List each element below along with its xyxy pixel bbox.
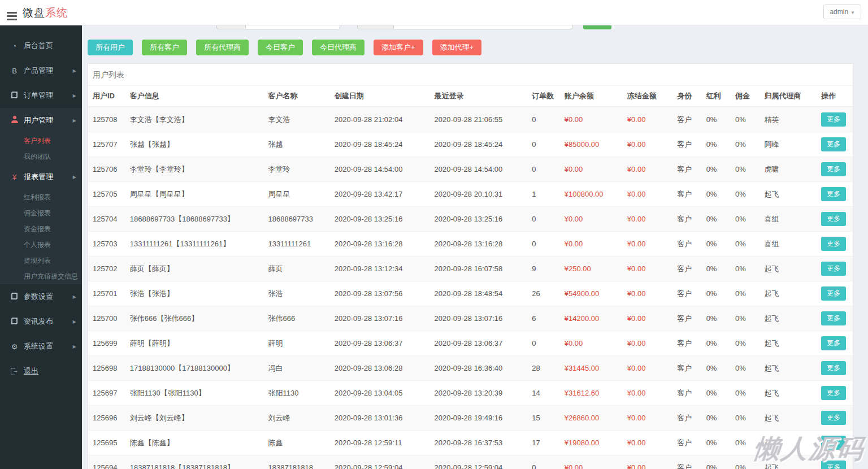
- more-button[interactable]: 更多: [821, 262, 846, 276]
- sidebar-report-subitem[interactable]: 个人报表: [0, 237, 82, 253]
- cell-customer-name: 张越: [263, 132, 329, 157]
- cell-customer-info: 李文浩【李文浩】: [125, 107, 264, 132]
- chevron-right-icon: ▶: [73, 319, 76, 324]
- cell-identity: 客户: [672, 132, 701, 157]
- panel-title: 用户列表: [88, 64, 853, 86]
- cell-commission: 0%: [731, 232, 760, 257]
- more-button[interactable]: 更多: [821, 137, 846, 151]
- action-button[interactable]: 所有用户: [88, 40, 133, 55]
- cell-agent: 起飞: [760, 281, 817, 306]
- action-button[interactable]: 添加客户+: [374, 40, 423, 55]
- action-button[interactable]: 所有客户: [142, 40, 187, 55]
- sidebar-item-report-management[interactable]: ¥ 报表管理 ▶: [0, 164, 82, 189]
- cell-identity: 客户: [672, 381, 701, 406]
- more-button[interactable]: 更多: [821, 311, 846, 325]
- cell-agent: 起飞: [760, 431, 817, 455]
- cell-customer-info: 18688697733【18688697733】: [125, 207, 264, 232]
- cell-customer-name: 张阳1130: [263, 381, 329, 406]
- sidebar-item-news-publish[interactable]: 资讯发布 ▶: [0, 309, 82, 334]
- hamburger-menu-icon[interactable]: [7, 8, 18, 17]
- cell-bonus: 0%: [702, 281, 731, 306]
- cell-bonus: 0%: [702, 107, 731, 132]
- table-row: 125694 18387181818【18387181818】 18387181…: [88, 455, 853, 469]
- action-button[interactable]: 今日客户: [258, 40, 303, 55]
- cell-customer-name: 薛页: [263, 257, 329, 281]
- cell-customer-name: 刘云峰: [263, 406, 329, 431]
- sidebar-item-logout[interactable]: 退出: [0, 359, 82, 384]
- column-header: 操作: [817, 86, 853, 107]
- more-button[interactable]: 更多: [821, 436, 846, 450]
- admin-user-dropdown[interactable]: admin▼: [823, 5, 861, 19]
- table-row: 125706 李堂玲【李堂玲】 李堂玲 2020-09-28 14:54:00 …: [88, 157, 853, 182]
- cell-actions: 更多: [817, 356, 853, 381]
- more-button[interactable]: 更多: [821, 286, 846, 301]
- cell-balance: ¥0.00: [560, 207, 623, 232]
- more-button[interactable]: 更多: [821, 212, 846, 226]
- sidebar-item-my-team[interactable]: 我的团队: [0, 149, 82, 164]
- cell-actions: 更多: [817, 182, 853, 207]
- action-button[interactable]: 添加代理+: [432, 40, 482, 55]
- cell-frozen-amount: ¥0.00: [623, 107, 672, 132]
- more-button[interactable]: 更多: [821, 461, 846, 469]
- cell-commission: 0%: [731, 356, 760, 381]
- sidebar-group-users: 用户管理 ▶ 客户列表 我的团队: [0, 108, 82, 164]
- cell-frozen-amount: ¥0.00: [623, 455, 672, 469]
- sidebar-item-products[interactable]: Ƀ 产品管理 ▶: [0, 58, 82, 83]
- cell-actions: 更多: [817, 381, 853, 406]
- cell-frozen-amount: ¥0.00: [623, 306, 672, 331]
- cell-customer-info: 张浩【张浩】: [125, 281, 264, 306]
- more-button[interactable]: 更多: [821, 386, 846, 400]
- cell-frozen-amount: ¥0.00: [623, 331, 672, 356]
- more-button[interactable]: 更多: [821, 336, 846, 350]
- more-button[interactable]: 更多: [821, 411, 846, 425]
- cell-identity: 客户: [672, 331, 701, 356]
- cell-commission: 0%: [731, 182, 760, 207]
- cell-order-count: 17: [527, 431, 560, 455]
- chevron-down-icon: ▼: [850, 10, 855, 15]
- column-header: 佣金: [731, 86, 760, 107]
- cell-order-count: 1: [527, 182, 560, 207]
- cell-created-date: 2020-09-28 12:59:04: [330, 455, 430, 469]
- action-button[interactable]: 所有代理商: [196, 40, 249, 55]
- cell-user-id: 125700: [88, 306, 125, 331]
- more-button[interactable]: 更多: [821, 237, 846, 251]
- more-button[interactable]: 更多: [821, 187, 846, 201]
- cell-bonus: 0%: [702, 455, 731, 469]
- table-row: 125695 陈鑫【陈鑫】 陈鑫 2020-09-28 12:59:11 202…: [88, 431, 853, 455]
- action-button[interactable]: 今日代理商: [312, 40, 364, 55]
- sidebar-report-subitem[interactable]: 资金报表: [0, 221, 82, 237]
- sidebar-report-subitem[interactable]: 提现列表: [0, 253, 82, 268]
- cell-last-login: 2020-09-28 13:16:28: [430, 232, 528, 257]
- sidebar-item-parameter-settings[interactable]: 参数设置 ▶: [0, 284, 82, 309]
- sidebar-item-system-settings[interactable]: ⚙ 系统设置 ▶: [0, 334, 82, 359]
- sidebar-item-orders[interactable]: 订单管理 ▶: [0, 83, 82, 108]
- cell-balance: ¥0.00: [560, 107, 623, 132]
- sidebar-report-subitem[interactable]: 佣金报表: [0, 205, 82, 221]
- more-button[interactable]: 更多: [821, 361, 846, 375]
- column-header: 订单数: [527, 86, 560, 107]
- cell-balance: ¥0.00: [560, 232, 623, 257]
- sidebar-item-customer-list[interactable]: 客户列表: [0, 133, 82, 149]
- cell-commission: 0%: [731, 207, 760, 232]
- cell-customer-name: 陈鑫: [263, 431, 329, 455]
- sidebar-item-dashboard[interactable]: ◔ 后台首页: [0, 33, 82, 58]
- cell-identity: 客户: [672, 182, 701, 207]
- more-button[interactable]: 更多: [821, 162, 846, 176]
- cell-last-login: 2020-09-28 21:06:55: [430, 107, 528, 132]
- more-button[interactable]: 更多: [821, 112, 846, 127]
- cell-customer-info: 刘云峰【刘云峰】: [125, 406, 264, 431]
- cell-customer-name: 18688697733: [263, 207, 329, 232]
- cell-order-count: 0: [527, 232, 560, 257]
- cell-bonus: 0%: [702, 132, 731, 157]
- sidebar-report-subitem[interactable]: 红利报表: [0, 189, 82, 205]
- cell-actions: 更多: [817, 132, 853, 157]
- cell-bonus: 0%: [702, 356, 731, 381]
- cell-last-login: 2020-09-28 16:07:58: [430, 257, 528, 281]
- sidebar-report-subitem[interactable]: 用户充值提交信息: [0, 268, 82, 284]
- cell-order-count: 0: [527, 107, 560, 132]
- sidebar-item-user-management[interactable]: 用户管理 ▶: [0, 108, 82, 133]
- cell-balance: ¥0.00: [560, 157, 623, 182]
- cell-agent: 阿峰: [760, 132, 817, 157]
- cell-customer-name: 李文浩: [263, 107, 329, 132]
- cell-last-login: 2020-09-28 13:07:16: [430, 306, 528, 331]
